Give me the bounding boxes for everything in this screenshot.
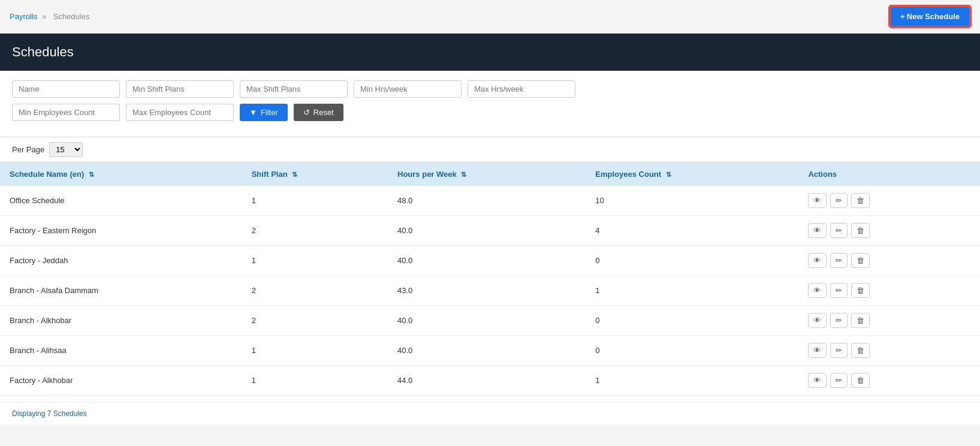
sort-icon-employees-count: ⇅	[666, 171, 671, 178]
trash-icon: 🗑	[857, 256, 864, 265]
trash-icon: 🗑	[857, 286, 864, 295]
edit-icon: ✏	[836, 346, 842, 355]
eye-icon: 👁	[813, 316, 821, 325]
table-row: Factory - Jeddah 1 40.0 0 👁 ✏ 🗑	[0, 246, 980, 276]
edit-button[interactable]: ✏	[830, 343, 848, 358]
reset-button[interactable]: ↺ Reset	[294, 104, 343, 121]
max-hrs-week-input[interactable]	[468, 80, 575, 98]
cell-employees-count: 0	[586, 246, 798, 276]
delete-button[interactable]: 🗑	[851, 223, 870, 238]
trash-icon: 🗑	[857, 226, 864, 235]
col-header-employees-count[interactable]: Employees Count ⇅	[586, 162, 798, 186]
cell-shift-plan: 1	[242, 186, 388, 216]
per-page-row: Per Page 10 15 25 50 100	[0, 137, 980, 162]
sort-icon-shift-plan: ⇅	[292, 171, 297, 178]
reset-icon: ↺	[303, 108, 310, 117]
cell-hours-per-week: 40.0	[388, 216, 586, 246]
view-button[interactable]: 👁	[808, 223, 827, 238]
breadcrumb-current: Schedules	[53, 12, 90, 21]
table-row: Office Schedule 1 48.0 10 👁 ✏ 🗑	[0, 186, 980, 216]
schedules-table: Schedule Name (en) ⇅ Shift Plan ⇅ Hours …	[0, 162, 980, 396]
edit-icon: ✏	[836, 226, 842, 235]
col-header-shift-plan[interactable]: Shift Plan ⇅	[242, 162, 388, 186]
col-header-schedule-name[interactable]: Schedule Name (en) ⇅	[0, 162, 242, 186]
delete-button[interactable]: 🗑	[851, 373, 870, 388]
sort-icon-hours-per-week: ⇅	[461, 171, 466, 178]
edit-button[interactable]: ✏	[830, 253, 848, 268]
page-header: Schedules	[0, 34, 980, 71]
view-button[interactable]: 👁	[808, 253, 827, 268]
delete-button[interactable]: 🗑	[851, 313, 870, 328]
per-page-label: Per Page	[12, 145, 44, 154]
table-row: Factory - Eastern Reigon 2 40.0 4 👁 ✏ 🗑	[0, 216, 980, 246]
breadcrumb: Payrolls » Schedules	[10, 12, 92, 21]
view-button[interactable]: 👁	[808, 283, 827, 298]
table-header-row: Schedule Name (en) ⇅ Shift Plan ⇅ Hours …	[0, 162, 980, 186]
trash-icon: 🗑	[857, 316, 864, 325]
filter-button[interactable]: ▼ Filter	[240, 104, 288, 121]
cell-schedule-name: Branch - Alsafa Dammam	[0, 276, 242, 306]
min-hrs-week-input[interactable]	[354, 80, 462, 98]
cell-schedule-name: Office Schedule	[0, 186, 242, 216]
cell-actions: 👁 ✏ 🗑	[798, 276, 980, 306]
min-employees-count-input[interactable]	[12, 104, 120, 121]
view-button[interactable]: 👁	[808, 193, 827, 208]
reset-label: Reset	[313, 108, 334, 117]
cell-employees-count: 0	[586, 336, 798, 366]
delete-button[interactable]: 🗑	[851, 283, 870, 298]
cell-schedule-name: Branch - Alihsaa	[0, 336, 242, 366]
filter-area: ▼ Filter ↺ Reset	[0, 71, 980, 137]
trash-icon: 🗑	[857, 346, 864, 355]
eye-icon: 👁	[813, 286, 821, 295]
edit-button[interactable]: ✏	[830, 373, 848, 388]
min-shift-plans-input[interactable]	[126, 80, 234, 98]
cell-shift-plan: 2	[242, 276, 388, 306]
table-row: Branch - Alkhobar 2 40.0 0 👁 ✏ 🗑	[0, 306, 980, 336]
cell-schedule-name: Factory - Alkhobar	[0, 366, 242, 396]
edit-button[interactable]: ✏	[830, 283, 848, 298]
table-row: Factory - Alkhobar 1 44.0 1 👁 ✏ 🗑	[0, 366, 980, 396]
max-shift-plans-input[interactable]	[240, 80, 348, 98]
delete-button[interactable]: 🗑	[851, 343, 870, 358]
trash-icon: 🗑	[857, 376, 864, 385]
cell-shift-plan: 1	[242, 246, 388, 276]
table-footer: Displaying 7 Schedules	[0, 402, 980, 425]
edit-button[interactable]: ✏	[830, 313, 848, 328]
cell-actions: 👁 ✏ 🗑	[798, 336, 980, 366]
edit-button[interactable]: ✏	[830, 193, 848, 208]
cell-hours-per-week: 43.0	[388, 276, 586, 306]
delete-button[interactable]: 🗑	[851, 253, 870, 268]
page-title: Schedules	[12, 44, 968, 60]
cell-employees-count: 0	[586, 306, 798, 336]
top-bar: Payrolls » Schedules + New Schedule	[0, 0, 980, 34]
name-input[interactable]	[12, 80, 120, 98]
cell-hours-per-week: 48.0	[388, 186, 586, 216]
table-container: Schedule Name (en) ⇅ Shift Plan ⇅ Hours …	[0, 162, 980, 402]
cell-actions: 👁 ✏ 🗑	[798, 366, 980, 396]
new-schedule-button[interactable]: + New Schedule	[889, 6, 970, 27]
delete-button[interactable]: 🗑	[851, 193, 870, 208]
cell-employees-count: 1	[586, 276, 798, 306]
cell-hours-per-week: 40.0	[388, 246, 586, 276]
cell-employees-count: 4	[586, 216, 798, 246]
max-employees-count-input[interactable]	[126, 104, 234, 121]
col-header-hours-per-week[interactable]: Hours per Week ⇅	[388, 162, 586, 186]
cell-actions: 👁 ✏ 🗑	[798, 246, 980, 276]
view-button[interactable]: 👁	[808, 313, 827, 328]
view-button[interactable]: 👁	[808, 373, 827, 388]
per-page-select[interactable]: 10 15 25 50 100	[49, 142, 83, 157]
filter-row-2: ▼ Filter ↺ Reset	[12, 104, 968, 121]
edit-icon: ✏	[836, 256, 842, 265]
edit-button[interactable]: ✏	[830, 223, 848, 238]
filter-row-1	[12, 80, 968, 98]
eye-icon: 👁	[813, 226, 821, 235]
view-button[interactable]: 👁	[808, 343, 827, 358]
table-row: Branch - Alihsaa 1 40.0 0 👁 ✏ 🗑	[0, 336, 980, 366]
edit-icon: ✏	[836, 196, 842, 205]
cell-employees-count: 1	[586, 366, 798, 396]
filter-icon: ▼	[249, 108, 257, 117]
breadcrumb-separator: »	[42, 12, 46, 21]
cell-actions: 👁 ✏ 🗑	[798, 186, 980, 216]
table-row: Branch - Alsafa Dammam 2 43.0 1 👁 ✏ 🗑	[0, 276, 980, 306]
breadcrumb-parent[interactable]: Payrolls	[10, 12, 37, 21]
